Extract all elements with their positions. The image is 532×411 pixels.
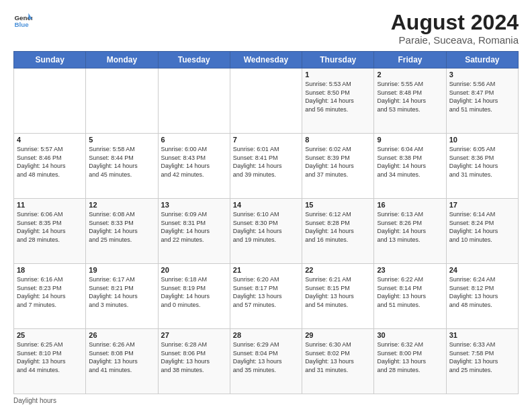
calendar-cell: 14Sunrise: 6:10 AM Sunset: 8:30 PM Dayli… bbox=[230, 199, 302, 264]
calendar-cell: 26Sunrise: 6:26 AM Sunset: 8:08 PM Dayli… bbox=[86, 329, 158, 394]
calendar-cell bbox=[14, 68, 86, 134]
calendar-week-row: 25Sunrise: 6:25 AM Sunset: 8:10 PM Dayli… bbox=[14, 329, 519, 394]
day-number: 10 bbox=[449, 136, 515, 144]
day-info: Sunrise: 5:58 AM Sunset: 8:44 PM Dayligh… bbox=[89, 145, 154, 179]
logo-icon: General Blue bbox=[13, 11, 32, 30]
day-number: 18 bbox=[17, 266, 83, 274]
day-info: Sunrise: 6:06 AM Sunset: 8:35 PM Dayligh… bbox=[17, 210, 83, 244]
main-title: August 2024 bbox=[391, 11, 519, 34]
header: General Blue August 2024 Paraie, Suceava… bbox=[13, 11, 519, 46]
day-info: Sunrise: 6:21 AM Sunset: 8:15 PM Dayligh… bbox=[305, 275, 371, 309]
day-number: 12 bbox=[89, 201, 154, 209]
calendar-cell: 16Sunrise: 6:13 AM Sunset: 8:26 PM Dayli… bbox=[374, 199, 446, 264]
calendar-day-header: Wednesday bbox=[230, 52, 302, 68]
calendar-day-header: Thursday bbox=[302, 52, 374, 68]
day-info: Sunrise: 6:00 AM Sunset: 8:43 PM Dayligh… bbox=[161, 145, 227, 179]
day-number: 29 bbox=[305, 331, 371, 339]
calendar-cell: 12Sunrise: 6:08 AM Sunset: 8:33 PM Dayli… bbox=[86, 199, 158, 264]
day-number: 20 bbox=[161, 266, 227, 274]
day-info: Sunrise: 6:29 AM Sunset: 8:04 PM Dayligh… bbox=[233, 340, 299, 374]
page: General Blue August 2024 Paraie, Suceava… bbox=[0, 0, 532, 411]
day-number: 16 bbox=[377, 201, 443, 209]
footer-note: Daylight hours bbox=[13, 397, 519, 404]
day-info: Sunrise: 6:01 AM Sunset: 8:41 PM Dayligh… bbox=[233, 145, 299, 179]
calendar-day-header: Tuesday bbox=[158, 52, 230, 68]
day-info: Sunrise: 6:20 AM Sunset: 8:17 PM Dayligh… bbox=[233, 275, 299, 309]
calendar-cell: 28Sunrise: 6:29 AM Sunset: 8:04 PM Dayli… bbox=[230, 329, 302, 394]
day-number: 27 bbox=[161, 331, 227, 339]
calendar-cell: 5Sunrise: 5:58 AM Sunset: 8:44 PM Daylig… bbox=[86, 134, 158, 199]
day-info: Sunrise: 6:32 AM Sunset: 8:00 PM Dayligh… bbox=[377, 340, 443, 374]
day-info: Sunrise: 6:12 AM Sunset: 8:28 PM Dayligh… bbox=[305, 210, 371, 244]
calendar-cell: 10Sunrise: 6:05 AM Sunset: 8:36 PM Dayli… bbox=[446, 134, 518, 199]
calendar-week-row: 11Sunrise: 6:06 AM Sunset: 8:35 PM Dayli… bbox=[14, 199, 519, 264]
day-info: Sunrise: 6:26 AM Sunset: 8:08 PM Dayligh… bbox=[89, 340, 154, 374]
day-number: 2 bbox=[377, 71, 443, 79]
day-info: Sunrise: 6:28 AM Sunset: 8:06 PM Dayligh… bbox=[161, 340, 227, 374]
calendar-cell: 15Sunrise: 6:12 AM Sunset: 8:28 PM Dayli… bbox=[302, 199, 374, 264]
day-info: Sunrise: 5:56 AM Sunset: 8:47 PM Dayligh… bbox=[449, 80, 515, 113]
calendar-cell: 7Sunrise: 6:01 AM Sunset: 8:41 PM Daylig… bbox=[230, 134, 302, 199]
calendar-day-header: Monday bbox=[86, 52, 158, 68]
day-info: Sunrise: 6:30 AM Sunset: 8:02 PM Dayligh… bbox=[305, 340, 371, 374]
day-number: 3 bbox=[449, 71, 515, 79]
day-info: Sunrise: 6:24 AM Sunset: 8:12 PM Dayligh… bbox=[449, 275, 515, 309]
calendar-cell: 31Sunrise: 6:33 AM Sunset: 7:58 PM Dayli… bbox=[446, 329, 518, 394]
calendar-cell: 22Sunrise: 6:21 AM Sunset: 8:15 PM Dayli… bbox=[302, 264, 374, 329]
calendar-cell bbox=[86, 68, 158, 134]
calendar-header-row: SundayMondayTuesdayWednesdayThursdayFrid… bbox=[14, 52, 519, 68]
day-info: Sunrise: 6:02 AM Sunset: 8:39 PM Dayligh… bbox=[305, 145, 371, 179]
day-info: Sunrise: 6:18 AM Sunset: 8:19 PM Dayligh… bbox=[161, 275, 227, 309]
day-number: 31 bbox=[449, 331, 515, 339]
calendar-cell: 25Sunrise: 6:25 AM Sunset: 8:10 PM Dayli… bbox=[14, 329, 86, 394]
calendar-cell: 11Sunrise: 6:06 AM Sunset: 8:35 PM Dayli… bbox=[14, 199, 86, 264]
calendar-cell: 9Sunrise: 6:04 AM Sunset: 8:38 PM Daylig… bbox=[374, 134, 446, 199]
day-number: 30 bbox=[377, 331, 443, 339]
day-number: 17 bbox=[449, 201, 515, 209]
day-number: 28 bbox=[233, 331, 299, 339]
day-info: Sunrise: 6:14 AM Sunset: 8:24 PM Dayligh… bbox=[449, 210, 515, 244]
day-info: Sunrise: 6:17 AM Sunset: 8:21 PM Dayligh… bbox=[89, 275, 154, 309]
day-info: Sunrise: 6:22 AM Sunset: 8:14 PM Dayligh… bbox=[377, 275, 443, 309]
day-number: 14 bbox=[233, 201, 299, 209]
svg-text:Blue: Blue bbox=[14, 21, 29, 28]
calendar-day-header: Sunday bbox=[14, 52, 86, 68]
day-info: Sunrise: 6:10 AM Sunset: 8:30 PM Dayligh… bbox=[233, 210, 299, 244]
calendar-cell: 23Sunrise: 6:22 AM Sunset: 8:14 PM Dayli… bbox=[374, 264, 446, 329]
day-info: Sunrise: 6:08 AM Sunset: 8:33 PM Dayligh… bbox=[89, 210, 154, 244]
calendar-cell: 21Sunrise: 6:20 AM Sunset: 8:17 PM Dayli… bbox=[230, 264, 302, 329]
calendar-cell: 2Sunrise: 5:55 AM Sunset: 8:48 PM Daylig… bbox=[374, 68, 446, 134]
calendar-cell: 27Sunrise: 6:28 AM Sunset: 8:06 PM Dayli… bbox=[158, 329, 230, 394]
day-info: Sunrise: 5:55 AM Sunset: 8:48 PM Dayligh… bbox=[377, 80, 443, 113]
calendar-cell: 6Sunrise: 6:00 AM Sunset: 8:43 PM Daylig… bbox=[158, 134, 230, 199]
day-number: 7 bbox=[233, 136, 299, 144]
day-info: Sunrise: 6:04 AM Sunset: 8:38 PM Dayligh… bbox=[377, 145, 443, 179]
calendar-cell: 30Sunrise: 6:32 AM Sunset: 8:00 PM Dayli… bbox=[374, 329, 446, 394]
day-number: 22 bbox=[305, 266, 371, 274]
title-block: August 2024 Paraie, Suceava, Romania bbox=[391, 11, 519, 46]
day-info: Sunrise: 6:09 AM Sunset: 8:31 PM Dayligh… bbox=[161, 210, 227, 244]
calendar-cell: 13Sunrise: 6:09 AM Sunset: 8:31 PM Dayli… bbox=[158, 199, 230, 264]
calendar-week-row: 1Sunrise: 5:53 AM Sunset: 8:50 PM Daylig… bbox=[14, 68, 519, 134]
calendar-week-row: 4Sunrise: 5:57 AM Sunset: 8:46 PM Daylig… bbox=[14, 134, 519, 199]
calendar-cell: 4Sunrise: 5:57 AM Sunset: 8:46 PM Daylig… bbox=[14, 134, 86, 199]
day-info: Sunrise: 6:25 AM Sunset: 8:10 PM Dayligh… bbox=[17, 340, 83, 374]
day-number: 21 bbox=[233, 266, 299, 274]
calendar-cell: 29Sunrise: 6:30 AM Sunset: 8:02 PM Dayli… bbox=[302, 329, 374, 394]
calendar-day-header: Saturday bbox=[446, 52, 518, 68]
day-number: 4 bbox=[17, 136, 83, 144]
day-number: 11 bbox=[17, 201, 83, 209]
calendar-cell: 24Sunrise: 6:24 AM Sunset: 8:12 PM Dayli… bbox=[446, 264, 518, 329]
day-number: 8 bbox=[305, 136, 371, 144]
calendar-cell: 1Sunrise: 5:53 AM Sunset: 8:50 PM Daylig… bbox=[302, 68, 374, 134]
calendar-cell: 3Sunrise: 5:56 AM Sunset: 8:47 PM Daylig… bbox=[446, 68, 518, 134]
calendar-day-header: Friday bbox=[374, 52, 446, 68]
day-number: 24 bbox=[449, 266, 515, 274]
day-number: 1 bbox=[305, 71, 371, 79]
calendar-cell bbox=[230, 68, 302, 134]
calendar-cell: 20Sunrise: 6:18 AM Sunset: 8:19 PM Dayli… bbox=[158, 264, 230, 329]
calendar-cell: 17Sunrise: 6:14 AM Sunset: 8:24 PM Dayli… bbox=[446, 199, 518, 264]
day-number: 23 bbox=[377, 266, 443, 274]
day-info: Sunrise: 6:16 AM Sunset: 8:23 PM Dayligh… bbox=[17, 275, 83, 309]
day-info: Sunrise: 6:13 AM Sunset: 8:26 PM Dayligh… bbox=[377, 210, 443, 244]
